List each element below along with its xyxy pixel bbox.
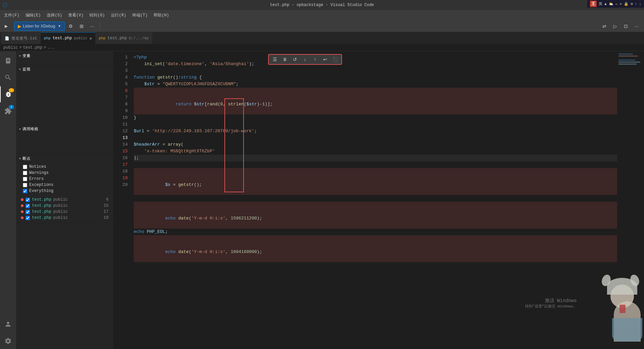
debug-stop-btn[interactable]: ⬛ [331,55,340,63]
tab-signame[interactable]: 📄 签名签号.txt [1,32,41,44]
bp-file-item-3: test.php public 17 [19,209,113,215]
debug-menu-btn[interactable]: ☰ [270,55,280,63]
tab-testphp-active-label: test.php [53,36,72,41]
bp-filename-3[interactable]: test.php [32,209,51,214]
menu-view[interactable]: 查看(V) [66,11,86,19]
play-forward-button[interactable]: ▷ [610,21,620,31]
breadcrumb-public[interactable]: public [3,45,18,50]
activity-search[interactable] [0,69,16,86]
bp-checkbox-notices[interactable] [23,165,27,169]
code-line-6: return $str[rand(0, strlen($str)-1)]; [134,88,617,114]
breadcrumb-ellipsis[interactable]: ... [47,45,55,50]
code-line-4: function getstr():string { [134,74,617,81]
bp-filename-1[interactable]: test.php [32,197,51,202]
ln-2: 2 [114,61,128,67]
tab-close-active-icon[interactable]: ✕ [89,36,92,41]
menu-file[interactable]: 文件(F) [1,11,22,19]
tab-testphp-active[interactable]: php test.php public ✕ [41,32,95,44]
ime-label[interactable]: 王 [590,1,597,7]
watch-arrow-icon: ▾ [19,67,21,71]
code-line-1: <?php [134,54,617,61]
menu-terminal[interactable]: 终端(T) [130,11,151,19]
code-lines[interactable]: <?php ini_set('date.timezone', 'Asia/Sha… [130,51,617,349]
bp-label-warnings[interactable]: Warnings [29,170,49,175]
breakpoint-list: Notices Warnings Errors Exceptions Every… [16,163,113,196]
activity-account[interactable] [0,316,16,332]
variables-header[interactable]: ▾ 变量 [16,51,113,60]
variables-label: 变量 [23,53,30,58]
bp-label-everything[interactable]: Everything [29,189,53,193]
callstack-header[interactable]: ▾ 调用堆栈 [16,124,113,134]
breakpoints-arrow-icon: ▾ [19,156,21,161]
bp-checkbox-warnings[interactable] [23,171,27,175]
activity-explorer[interactable] [0,53,16,69]
bp-line-2: 15 [104,203,111,208]
watch-header[interactable]: ▾ 监视 [16,65,113,74]
bp-file-checkbox-4[interactable] [26,216,30,220]
ln-19: 19 [114,175,128,182]
debug-pause-btn[interactable]: ⏸ [280,55,290,63]
sidebar: ▾ 变量 ▾ 监视 ▾ 调用堆栈 ▾ 断点 [16,51,114,349]
callstack-arrow-icon: ▾ [19,127,21,131]
debug-split-button[interactable]: ⊞ [77,21,86,31]
menu-goto[interactable]: 转到(G) [87,11,108,19]
code-line-19: echo date('Y-m-d H:i:s', 1604160000); [134,235,617,262]
code-line-14 [134,161,617,168]
bp-checkbox-everything[interactable] [23,189,27,193]
debug-step-out-btn[interactable]: ↩ [320,55,330,63]
remote-icon-button[interactable]: ⇄ [600,21,609,31]
bp-file-checkbox-2[interactable] [26,204,30,208]
sidebar-section-watch: ▾ 监视 [16,65,113,124]
debug-step-over-btn[interactable]: ↓ [300,55,310,63]
ln-8: 8 [114,101,128,108]
breadcrumb: public > test.php > ... [0,44,644,51]
debug-badge: 1 [9,88,14,92]
bp-filename-4[interactable]: test.php [32,215,51,220]
activity-extensions[interactable]: 2 [0,103,16,119]
code-line-15: $s = getstr(); [134,168,617,195]
more-actions-button[interactable]: ··· [632,21,641,31]
variables-panel [16,60,113,64]
run-config-button[interactable]: ▶ Listen for XDebug ▼ [14,21,65,31]
bp-label-errors[interactable]: Errors [29,177,44,181]
bp-file-checkbox-3[interactable] [26,210,30,214]
debug-toolbar: ☰ ⏸ ↺ ↓ ↑ ↩ ⬛ [268,54,342,65]
title-bar-left: ⬡ [3,2,7,8]
split-editor-button[interactable]: ⊡ [621,21,631,31]
menu-select[interactable]: 选择(S) [44,11,65,19]
activity-debug[interactable]: 1 [0,86,16,102]
breakpoints-header[interactable]: ▾ 断点 [16,154,113,163]
sidebar-section-breakpoints: ▾ 断点 Notices Warnings Errors E [16,154,113,223]
code-line-7: } [134,114,617,121]
bp-file-item-4: test.php public 19 [19,215,113,221]
code-line-5: $str = "QWERTYUIOPLKJHGFDSAZXCVBNM"; [134,81,617,88]
editor-content: ☰ ⏸ ↺ ↓ ↑ ↩ ⬛ 1 2 3 4 5 6 7 8 [114,51,644,349]
extensions-badge: 2 [9,105,14,109]
bp-label-notices[interactable]: Notices [29,164,46,169]
menu-run[interactable]: 运行(R) [108,11,129,19]
bp-checkbox-errors[interactable] [23,177,27,181]
activity-settings[interactable] [0,333,16,349]
debug-settings-button[interactable]: ⚙ [66,21,76,31]
tab-testphp-second[interactable]: php test.php D:/.../my [95,32,152,44]
debug-step-into-btn[interactable]: ↑ [310,55,320,63]
ln-18: 18 [114,168,128,175]
ln-11: 11 [114,121,128,128]
run-button[interactable]: ▶ [3,21,12,31]
menu-edit[interactable]: 编辑(E) [23,11,44,19]
menu-help[interactable]: 帮助(H) [151,11,172,19]
vscode-icon: ⬡ [3,2,7,8]
bp-label-exceptions[interactable]: Exceptions [29,183,53,187]
code-line-3 [134,67,617,74]
debug-more-button[interactable]: ··· [88,21,97,31]
debug-restart-btn[interactable]: ↺ [290,55,300,63]
title-bar: ⬡ test.php - opbackstage - Visual Studio… [0,0,644,10]
bp-checkbox-exceptions[interactable] [23,183,27,187]
tab-testphp-second-icon: php [99,36,105,40]
system-tray: 王 英 ▲ ⛅ ✏ ✕ 🔒 ⚙ ↑ ↓ [587,0,644,8]
code-line-17: echo date('Y-m-d H:i:s', 1596211200); [134,202,617,229]
bp-file-checkbox-1[interactable] [26,198,30,202]
run-config-label: Listen for XDebug [23,24,55,29]
breadcrumb-file[interactable]: test.php [23,45,42,50]
bp-filename-2[interactable]: test.php [32,203,51,208]
